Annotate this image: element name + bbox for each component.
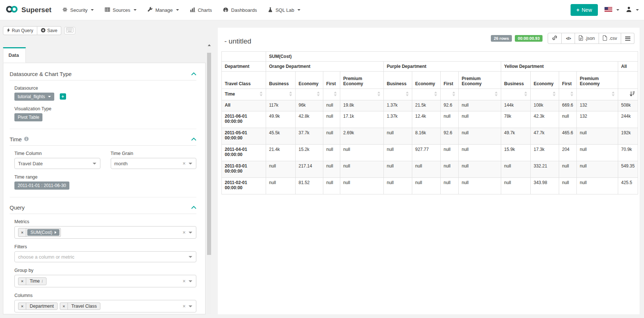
pivot-row-label: 2011-04-0100:00:00 — [222, 145, 266, 161]
clear-icon[interactable]: × — [183, 229, 186, 236]
columns-select[interactable]: × Department × Travel Class × — [14, 300, 196, 312]
datasource-pill[interactable]: tutorial_flights — [14, 93, 54, 101]
remove-icon[interactable]: × — [18, 228, 26, 236]
chevron-up-icon[interactable] — [191, 204, 196, 211]
pivot-cell: 132 — [577, 111, 618, 128]
sort-column[interactable] — [296, 89, 323, 100]
sort-column[interactable] — [559, 89, 577, 100]
scrollbar-up-arrow[interactable] — [207, 42, 211, 48]
sort-column[interactable] — [501, 89, 531, 100]
tab-data[interactable]: Data — [3, 47, 26, 63]
filters-select[interactable]: choose a column or metric — [14, 251, 196, 262]
pivot-cell: 244k — [618, 111, 638, 128]
time-grain-value: month — [114, 161, 128, 166]
section-query-header[interactable]: Query — [10, 204, 196, 214]
info-icon: i — [42, 279, 43, 284]
pivot-cell: 19.8k — [340, 100, 384, 111]
metrics-select[interactable]: × SUM(Cost) × — [14, 226, 196, 239]
chevron-down-icon — [91, 9, 94, 11]
groupby-token[interactable]: × Time i — [18, 277, 47, 285]
export-csv-button[interactable]: .csv — [599, 33, 621, 44]
pivot-class-header: Business — [501, 72, 531, 89]
panel-scrollbar[interactable] — [207, 42, 211, 314]
scrollbar-thumb[interactable] — [207, 53, 211, 255]
explore-controls: Run Query Save Data — [3, 26, 206, 314]
sort-all-column[interactable] — [618, 89, 638, 100]
chart-header: - untitled 26 rows 00:00:00.93 </> — [218, 28, 640, 45]
export-json-button[interactable]: .json — [575, 33, 599, 44]
sort-column[interactable] — [266, 89, 296, 100]
new-button[interactable]: + New — [571, 4, 598, 16]
more-options-button[interactable] — [621, 33, 634, 44]
clear-icon[interactable]: × — [183, 303, 186, 310]
clear-icon[interactable]: × — [183, 278, 186, 284]
remove-icon[interactable]: × — [18, 303, 26, 310]
controls-panel: Datasource & Chart Type Datasource tutor… — [3, 63, 206, 314]
save-button[interactable]: Save — [37, 26, 61, 35]
pivot-cell: 425.5 — [618, 178, 638, 194]
nav-item-sql-lab[interactable]: SQL Lab — [268, 7, 300, 13]
user-menu[interactable] — [626, 6, 639, 14]
export-json-label: .json — [585, 36, 595, 41]
metric-token[interactable]: × SUM(Cost) — [18, 228, 61, 237]
pivot-cell: 465.6 — [559, 128, 577, 145]
sort-column[interactable] — [531, 89, 559, 100]
sort-column[interactable] — [412, 89, 441, 100]
columns-token-label: Travel Class — [71, 304, 97, 309]
share-link-button[interactable] — [548, 33, 562, 44]
chart-container: - untitled 26 rows 00:00:00.93 </> — [218, 28, 640, 314]
sort-column[interactable] — [340, 89, 384, 100]
sort-column[interactable] — [577, 89, 618, 100]
viz-type-pill[interactable]: Pivot Table — [14, 113, 42, 121]
nav-item-sources[interactable]: Sources — [105, 7, 137, 13]
remove-icon[interactable]: × — [18, 278, 26, 285]
sort-icon — [406, 92, 409, 97]
nav-label: Charts — [198, 7, 212, 13]
nav-item-charts[interactable]: Charts — [190, 7, 212, 13]
section-time-header[interactable]: Time — [10, 136, 196, 146]
time-grain-select[interactable]: month × — [111, 158, 197, 169]
chevron-up-icon[interactable] — [191, 136, 196, 142]
control-tabs: Data — [3, 47, 206, 63]
embed-code-button[interactable]: </> — [562, 33, 575, 44]
add-datasource-button[interactable]: + — [60, 93, 66, 100]
sort-column[interactable] — [459, 89, 501, 100]
keyboard-shortcuts-button[interactable] — [64, 27, 75, 34]
sort-column[interactable] — [323, 89, 340, 100]
sort-time-header[interactable]: Time — [222, 89, 266, 100]
clear-icon[interactable]: × — [183, 160, 186, 167]
superset-logo[interactable]: Superset — [5, 5, 51, 15]
sort-column[interactable] — [384, 89, 412, 100]
chevron-down-icon — [48, 96, 51, 97]
sort-amount-desc-icon — [630, 92, 635, 97]
chart-title[interactable]: - untitled — [224, 37, 251, 45]
pivot-cell: 37.7k — [296, 128, 323, 145]
columns-token[interactable]: × Department — [18, 303, 58, 310]
pivot-group-header: Yellow Department — [501, 62, 618, 72]
chevron-down-icon — [189, 305, 192, 307]
time-range-pill[interactable]: 2011-01-01 : 2011-06-30 — [14, 182, 69, 190]
pivot-cell: null — [459, 111, 501, 128]
pivot-cell: null — [441, 161, 459, 178]
groupby-select[interactable]: × Time i × — [14, 275, 196, 287]
run-query-button[interactable]: Run Query — [3, 26, 37, 35]
user-icon — [626, 6, 632, 14]
section-datasource-header[interactable]: Datasource & Chart Type — [10, 70, 196, 80]
remove-icon[interactable]: × — [60, 303, 68, 310]
sort-column[interactable] — [441, 89, 459, 100]
section-title: Time — [10, 136, 22, 142]
nav-item-dashboards[interactable]: Dashboards — [223, 7, 257, 13]
nav-item-manage[interactable]: Manage — [148, 7, 179, 13]
columns-token[interactable]: × Travel Class — [60, 303, 100, 310]
time-column-select[interactable]: Travel Date — [14, 158, 100, 169]
metric-pill[interactable]: SUM(Cost) — [27, 229, 59, 236]
pivot-cell: null — [577, 178, 618, 194]
pivot-cell: null — [412, 178, 441, 194]
nav-item-security[interactable]: Security — [62, 7, 94, 13]
pivot-cell: 17.3k — [531, 145, 559, 161]
language-selector[interactable] — [605, 7, 619, 13]
pivot-cell: 78k — [501, 111, 531, 128]
pivot-cell: null — [459, 161, 501, 178]
pivot-cell: null — [412, 161, 441, 178]
chevron-up-icon[interactable] — [191, 70, 196, 77]
